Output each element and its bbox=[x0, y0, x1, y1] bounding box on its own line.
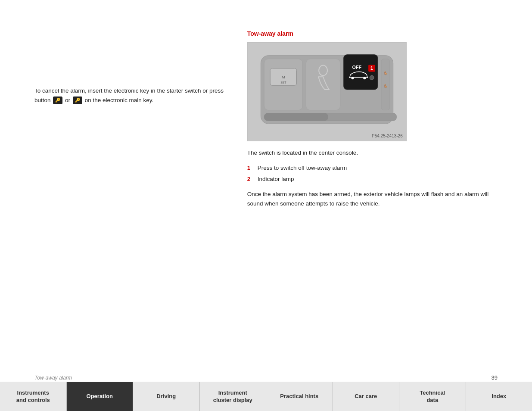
page-content: To cancel the alarm, insert the electron… bbox=[0, 0, 532, 355]
svg-point-10 bbox=[351, 77, 354, 79]
list-text-2: Indicator lamp bbox=[258, 175, 294, 184]
list-num-1: 1 bbox=[247, 164, 258, 172]
list-item-2: 2 Indicator lamp bbox=[247, 175, 498, 184]
svg-point-11 bbox=[363, 77, 366, 79]
image-caption: P54.25-2413-26 bbox=[372, 134, 403, 138]
svg-rect-6 bbox=[306, 59, 340, 110]
nav-car-care[interactable]: Car care bbox=[333, 382, 400, 411]
svg-point-14 bbox=[370, 75, 374, 80]
key-icon-2: 🔑 bbox=[73, 97, 82, 104]
nav-technical-data[interactable]: Technicaldata bbox=[399, 382, 466, 411]
left-paragraph: To cancel the alarm, insert the electron… bbox=[34, 86, 226, 105]
left-column: To cancel the alarm, insert the electron… bbox=[34, 17, 243, 346]
nav-operation[interactable]: Operation bbox=[67, 382, 134, 411]
nav-index[interactable]: Index bbox=[466, 382, 532, 411]
paragraph-end: on the electronic main key. bbox=[85, 97, 154, 103]
footer-page-number: 39 bbox=[492, 374, 498, 381]
footer: Tow-away alarm 39 Instrumentsand control… bbox=[0, 373, 532, 411]
svg-text:OFF: OFF bbox=[352, 65, 361, 70]
right-column: Tow-away alarm M SET bbox=[243, 17, 498, 346]
svg-rect-8 bbox=[343, 55, 377, 90]
tow-alarm-image: M SET OFF 1 bbox=[247, 42, 407, 141]
svg-rect-19 bbox=[264, 113, 328, 121]
switch-location-text: The switch is located in the center cons… bbox=[247, 148, 498, 158]
nav-instruments-and-controls[interactable]: Instrumentsand controls bbox=[0, 382, 67, 411]
numbered-list: 1 Press to switch off tow-away alarm 2 I… bbox=[247, 164, 498, 184]
control-panel-svg: M SET OFF 1 bbox=[248, 43, 406, 141]
svg-text:1: 1 bbox=[370, 65, 373, 71]
nav-driving[interactable]: Driving bbox=[133, 382, 200, 411]
section-title: Tow-away alarm bbox=[247, 30, 498, 37]
navigation-bar: Instrumentsand controls Operation Drivin… bbox=[0, 382, 532, 411]
nav-practical-hints[interactable]: Practical hints bbox=[266, 382, 333, 411]
footer-page-row: Tow-away alarm 39 bbox=[0, 373, 532, 382]
or-text: or bbox=[65, 97, 70, 103]
svg-text:M: M bbox=[282, 75, 285, 79]
svg-text:SET: SET bbox=[280, 81, 286, 84]
list-num-2: 2 bbox=[247, 175, 258, 184]
footer-section-label: Tow-away alarm bbox=[34, 375, 72, 381]
nav-instrument-cluster-display[interactable]: Instrumentcluster display bbox=[200, 382, 267, 411]
list-item-1: 1 Press to switch off tow-away alarm bbox=[247, 164, 498, 172]
list-text-1: Press to switch off tow-away alarm bbox=[258, 164, 347, 172]
body-text: Once the alarm system has been armed, th… bbox=[247, 190, 498, 208]
key-icon-1: 🔑 bbox=[53, 97, 62, 104]
svg-text:🪑: 🪑 bbox=[383, 84, 388, 88]
svg-text:🪑: 🪑 bbox=[383, 71, 388, 75]
